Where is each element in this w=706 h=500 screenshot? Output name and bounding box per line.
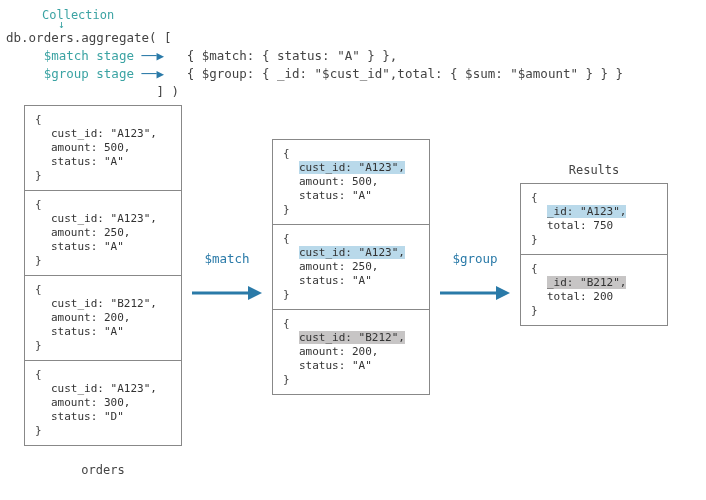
code-header: Collection ↓ db.orders.aggregate( [ $mat… [6,8,700,101]
match-stage-code: { $match: { status: "A" } }, [187,48,398,63]
collection-label: Collection [42,8,700,22]
document: { cust_id: "A123", amount: 250, status: … [25,191,181,276]
document: { cust_id: "A123", amount: 300, status: … [25,361,181,445]
orders-collection: { cust_id: "A123", amount: 500, status: … [24,105,182,446]
results-title: Results [520,163,668,177]
match-op-label: $match [204,251,249,266]
code-line-main: db.orders.aggregate( [ [6,29,700,47]
arrow-right-icon: ──▶ [134,48,172,63]
group-stage-code: { $group: { _id: "$cust_id",total: { $su… [187,66,624,81]
document: { _id: "A123", total: 750 } [521,184,667,255]
document: { cust_id: "B212", amount: 200, status: … [273,310,429,394]
group-op-label: $group [452,251,497,266]
document: { cust_id: "A123", amount: 500, status: … [273,140,429,225]
arrow-right-icon [190,284,264,302]
arrow-right-icon: ──▶ [134,66,172,81]
document: { cust_id: "A123", amount: 500, status: … [25,106,181,191]
code-line-close: ] ) [6,83,700,101]
document: { _id: "B212", total: 200 } [521,255,667,325]
code-line-match: $match stage ──▶ { $match: { status: "A"… [6,47,700,65]
match-stage-label: $match stage [44,48,134,63]
document: { cust_id: "A123", amount: 250, status: … [273,225,429,310]
matched-documents: { cust_id: "A123", amount: 500, status: … [272,139,430,395]
svg-marker-1 [248,286,262,300]
arrow-right-icon [438,284,512,302]
results-collection: { _id: "A123", total: 750 } { _id: "B212… [520,183,668,326]
group-operation-arrow: $group [438,251,512,302]
document: { cust_id: "B212", amount: 200, status: … [25,276,181,361]
match-operation-arrow: $match [190,251,264,302]
group-stage-label: $group stage [44,66,134,81]
svg-marker-3 [496,286,510,300]
code-line-group: $group stage ──▶ { $group: { _id: "$cust… [6,65,700,83]
arrow-down-icon: ↓ [58,21,700,29]
orders-title: orders [24,463,182,477]
pipeline-diagram: { cust_id: "A123", amount: 500, status: … [0,105,706,500]
